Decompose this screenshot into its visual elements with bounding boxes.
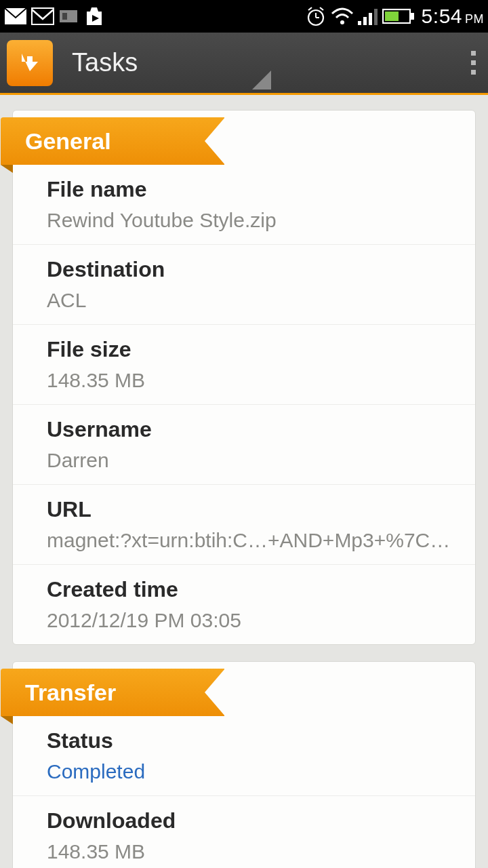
battery-icon xyxy=(382,7,415,25)
destination-label: Destination xyxy=(47,257,459,282)
svg-rect-12 xyxy=(363,17,367,25)
row-created-time[interactable]: Created time 2012/12/19 PM 03:05 xyxy=(13,565,475,644)
general-card: General File name Rewind Youtube Style.z… xyxy=(12,110,476,645)
play-store-icon xyxy=(83,5,106,28)
alarm-icon xyxy=(305,5,327,27)
overflow-menu-button[interactable] xyxy=(464,44,483,81)
transfer-card: Transfer Status Completed Downloaded 148… xyxy=(12,661,476,868)
created-time-value: 2012/12/19 PM 03:05 xyxy=(47,609,459,632)
file-name-label: File name xyxy=(47,177,459,202)
svg-rect-2 xyxy=(60,10,77,22)
content-area: General File name Rewind Youtube Style.z… xyxy=(0,95,488,868)
mail-icon xyxy=(4,7,27,25)
status-label: Status xyxy=(47,728,459,753)
file-size-label: File size xyxy=(47,337,459,362)
url-value: magnet:?xt=urn:btih:C…+AND+Mp3+%7CHD xyxy=(47,529,459,552)
svg-rect-11 xyxy=(358,21,361,25)
row-file-name[interactable]: File name Rewind Youtube Style.zip xyxy=(13,165,475,245)
file-size-value: 148.35 MB xyxy=(47,369,459,392)
svg-rect-3 xyxy=(62,13,67,20)
row-username[interactable]: Username Darren xyxy=(13,405,475,485)
spinner-dropdown-icon[interactable] xyxy=(252,71,271,90)
gmail-icon xyxy=(31,7,54,25)
page-title[interactable]: Tasks xyxy=(72,48,138,77)
url-label: URL xyxy=(47,497,459,522)
status-bar: 5:54PM xyxy=(0,0,488,33)
svg-rect-16 xyxy=(411,13,414,20)
row-url[interactable]: URL magnet:?xt=urn:btih:C…+AND+Mp3+%7CHD xyxy=(13,485,475,565)
svg-rect-14 xyxy=(374,9,378,25)
svg-rect-1 xyxy=(32,8,54,24)
created-time-label: Created time xyxy=(47,577,459,602)
row-destination[interactable]: Destination ACL xyxy=(13,245,475,325)
status-time: 5:54PM xyxy=(422,5,484,28)
transfer-ribbon: Transfer xyxy=(1,669,475,716)
svg-line-8 xyxy=(308,7,312,10)
downloaded-label: Downloaded xyxy=(47,808,459,833)
badge-icon xyxy=(58,7,79,25)
svg-rect-13 xyxy=(369,13,372,25)
row-status[interactable]: Status Completed xyxy=(13,716,475,796)
action-bar: Tasks xyxy=(0,33,488,95)
downloaded-value: 148.35 MB xyxy=(47,840,459,863)
app-icon[interactable] xyxy=(7,40,53,86)
file-name-value: Rewind Youtube Style.zip xyxy=(47,209,459,232)
destination-value: ACL xyxy=(47,289,459,312)
row-downloaded[interactable]: Downloaded 148.35 MB xyxy=(13,796,475,868)
svg-rect-17 xyxy=(385,12,399,21)
username-label: Username xyxy=(47,417,459,442)
username-value: Darren xyxy=(47,449,459,472)
status-value: Completed xyxy=(47,760,459,783)
general-ribbon: General xyxy=(1,117,475,165)
svg-point-10 xyxy=(340,20,344,24)
signal-icon xyxy=(358,7,378,25)
svg-line-9 xyxy=(320,7,323,10)
wifi-icon xyxy=(331,7,354,26)
row-file-size[interactable]: File size 148.35 MB xyxy=(13,325,475,405)
